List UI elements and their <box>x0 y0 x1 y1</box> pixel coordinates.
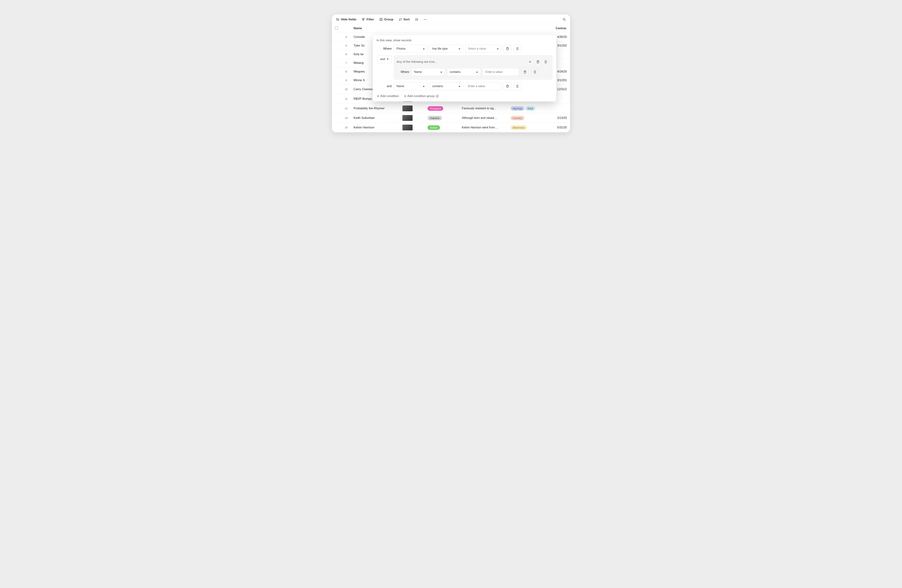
photo-thumbnail <box>402 125 413 130</box>
hide-fields-button[interactable]: Hide fields <box>336 18 357 21</box>
status-cell[interactable]: Inactive <box>425 114 460 122</box>
tags-cell[interactable]: Hip-hopR&B <box>508 105 553 113</box>
add-buttons-row: + Add condition + Add condition group ? <box>376 93 553 99</box>
caret-down-icon <box>423 48 425 50</box>
plus-icon: + <box>377 94 379 98</box>
genre-tag: Country <box>511 116 525 120</box>
plus-icon: + <box>529 60 531 64</box>
date-cell[interactable] <box>553 106 570 110</box>
name-cell[interactable]: Probability the Rhymer <box>351 105 400 112</box>
field-select-value: Photos <box>396 47 406 50</box>
filter-heading: In this view, show records <box>376 39 553 42</box>
photo-cell[interactable] <box>400 113 425 123</box>
svg-rect-2 <box>363 20 364 21</box>
tags-cell[interactable]: Electronic <box>508 124 553 132</box>
group-icon <box>379 18 383 21</box>
photo-cell[interactable] <box>400 123 425 132</box>
table-row[interactable]: 14Kelvin HarrisonActiveKelvin Harrison w… <box>332 123 570 132</box>
where-label: Where <box>396 70 409 74</box>
row-number-header <box>341 27 351 30</box>
photo-header <box>400 27 425 30</box>
delete-condition-button[interactable] <box>504 45 511 53</box>
sort-label: Sort <box>404 18 410 21</box>
status-cell[interactable]: Prospect <box>425 105 460 113</box>
svg-point-9 <box>424 19 424 20</box>
caret-down-icon <box>497 48 499 50</box>
name-cell[interactable]: Keith Suburban <box>351 114 400 122</box>
date-cell[interactable]: 5/31/20 <box>553 124 570 131</box>
row-number: 4 <box>341 34 351 40</box>
caret-down-icon <box>423 86 425 87</box>
delete-condition-button[interactable] <box>521 68 529 76</box>
hide-fields-icon <box>336 18 340 21</box>
tags-cell[interactable]: Country <box>508 114 553 122</box>
table-row[interactable]: 13Keith SuburbanInactiveAlthough born an… <box>332 113 570 123</box>
row-number: 12 <box>341 105 351 112</box>
group-label: Group <box>384 18 393 21</box>
add-condition-button[interactable]: + Add condition <box>377 94 399 98</box>
conjunction-select[interactable]: and <box>377 55 391 63</box>
description-cell[interactable]: Although born and raised … <box>460 114 508 121</box>
contract-header[interactable]: Contrac <box>553 25 570 32</box>
name-cell[interactable]: Kelvin Harrison <box>351 124 400 131</box>
svg-rect-1 <box>362 19 364 20</box>
photo-cell[interactable] <box>400 104 425 113</box>
value-input-field[interactable] <box>468 84 499 88</box>
help-icon: ? <box>436 94 439 98</box>
description-cell[interactable]: Famously resistant to sig… <box>460 105 508 112</box>
field-select[interactable]: Name <box>394 82 428 90</box>
group-button[interactable]: Group <box>379 18 393 21</box>
svg-rect-7 <box>415 19 417 20</box>
drag-condition-handle[interactable] <box>531 68 539 76</box>
row-height-button[interactable] <box>415 18 418 21</box>
svg-line-13 <box>565 20 566 21</box>
desc-header <box>460 27 508 30</box>
filter-label: Filter <box>366 18 374 21</box>
filter-condition-3: and Name contains <box>376 82 553 90</box>
drag-group-handle[interactable] <box>542 58 550 66</box>
sort-icon <box>398 18 402 21</box>
status-header <box>425 27 460 30</box>
operator-select[interactable]: has file type <box>429 45 463 53</box>
search-button[interactable] <box>562 18 566 21</box>
drag-condition-handle[interactable] <box>514 82 521 90</box>
value-select[interactable]: Select a value <box>465 45 501 53</box>
field-select-value: Name <box>396 84 404 88</box>
trash-icon <box>523 70 527 74</box>
sort-button[interactable]: Sort <box>398 18 410 21</box>
genre-tag: Electronic <box>511 125 527 130</box>
operator-select[interactable]: contains <box>447 68 481 76</box>
date-cell[interactable]: 2/13/20 <box>553 114 570 121</box>
row-number: 11 <box>341 95 351 102</box>
status-badge: Active <box>428 125 440 130</box>
where-label: Where <box>376 47 391 50</box>
field-select-value: Name <box>414 70 422 74</box>
drag-condition-handle[interactable] <box>514 45 521 53</box>
nested-condition-1: Where Name contains <box>396 68 550 76</box>
description-cell[interactable]: Kelvin Harrison went from… <box>460 124 508 131</box>
condition-group: Any of the following are true… + Where <box>394 55 553 80</box>
delete-group-button[interactable] <box>534 58 542 66</box>
field-select[interactable]: Name <box>411 68 445 76</box>
value-input[interactable] <box>465 82 501 90</box>
caret-down-icon <box>476 72 478 73</box>
value-input[interactable] <box>483 68 519 76</box>
more-button[interactable] <box>423 18 427 21</box>
table-row[interactable]: 12Probability the RhymerProspectFamously… <box>332 104 570 113</box>
delete-condition-button[interactable] <box>504 82 511 90</box>
status-badge: Prospect <box>428 106 443 111</box>
filter-button[interactable]: Filter <box>362 18 374 21</box>
select-all-checkbox[interactable] <box>335 27 338 30</box>
row-number: 5 <box>341 42 351 49</box>
row-number: 10 <box>341 86 351 92</box>
caret-down-icon <box>440 72 442 73</box>
operator-select-value: contains <box>432 84 443 88</box>
add-condition-group-button[interactable]: + Add condition group ? <box>404 94 439 98</box>
field-select[interactable]: Photos <box>394 45 428 53</box>
status-cell[interactable]: Active <box>425 124 460 132</box>
add-nested-condition-button[interactable]: + <box>526 58 534 66</box>
plus-icon: + <box>404 94 406 98</box>
value-input-field[interactable] <box>485 70 516 74</box>
operator-select[interactable]: contains <box>429 82 463 90</box>
name-header[interactable]: Name <box>351 25 400 32</box>
